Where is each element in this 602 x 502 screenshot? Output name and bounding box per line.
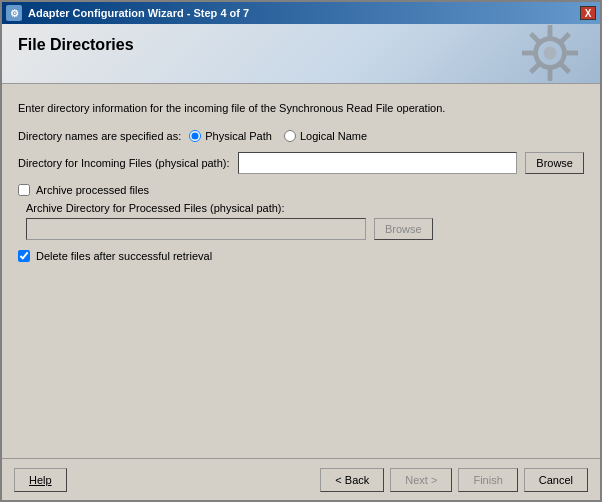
close-button[interactable]: X [580,6,596,20]
cancel-button[interactable]: Cancel [524,468,588,492]
svg-point-1 [544,47,557,60]
gear-icon [510,24,590,84]
archive-checkbox-label: Archive processed files [36,184,149,196]
logical-name-radio[interactable] [284,130,296,142]
archive-checkbox-row: Archive processed files [18,184,584,196]
archive-checkbox[interactable] [18,184,30,196]
logical-name-label: Logical Name [300,130,367,142]
next-button[interactable]: Next > [390,468,452,492]
content-area: Enter directory information for the inco… [2,84,600,458]
svg-line-8 [561,34,569,42]
incoming-dir-label: Directory for Incoming Files (physical p… [18,157,230,169]
footer: Help < Back Next > Finish Cancel [2,458,600,500]
radio-group: Physical Path Logical Name [189,130,367,142]
svg-line-9 [531,64,539,72]
archive-dir-input[interactable] [26,218,366,240]
svg-line-6 [531,34,539,42]
physical-path-radio[interactable] [189,130,201,142]
help-button[interactable]: Help [14,468,67,492]
app-icon: ⚙ [6,5,22,21]
physical-path-option[interactable]: Physical Path [189,130,272,142]
physical-path-label: Physical Path [205,130,272,142]
title-bar: ⚙ Adapter Configuration Wizard - Step 4 … [2,2,600,24]
footer-right: < Back Next > Finish Cancel [320,468,588,492]
directory-names-row: Directory names are specified as: Physic… [18,130,584,142]
archive-dir-row: Browse [26,218,584,240]
title-bar-text: ⚙ Adapter Configuration Wizard - Step 4 … [6,5,249,21]
incoming-dir-row: Directory for Incoming Files (physical p… [18,152,584,174]
page-title: File Directories [18,36,134,54]
browse-archive-button[interactable]: Browse [374,218,433,240]
delete-checkbox[interactable] [18,250,30,262]
back-button[interactable]: < Back [320,468,384,492]
logical-name-option[interactable]: Logical Name [284,130,367,142]
svg-line-7 [561,64,569,72]
archive-dir-label: Archive Directory for Processed Files (p… [26,202,584,214]
incoming-dir-input[interactable] [238,152,518,174]
directory-names-label: Directory names are specified as: [18,130,181,142]
header-section: File Directories [2,24,600,84]
info-text: Enter directory information for the inco… [18,96,584,120]
footer-left: Help [14,468,67,492]
window-title: Adapter Configuration Wizard - Step 4 of… [28,7,249,19]
browse-incoming-button[interactable]: Browse [525,152,584,174]
archive-dir-section: Archive Directory for Processed Files (p… [26,202,584,240]
finish-button[interactable]: Finish [458,468,517,492]
delete-checkbox-label: Delete files after successful retrieval [36,250,212,262]
delete-checkbox-row: Delete files after successful retrieval [18,250,584,262]
archive-section: Archive processed files Archive Director… [18,184,584,240]
wizard-window: ⚙ Adapter Configuration Wizard - Step 4 … [0,0,602,502]
